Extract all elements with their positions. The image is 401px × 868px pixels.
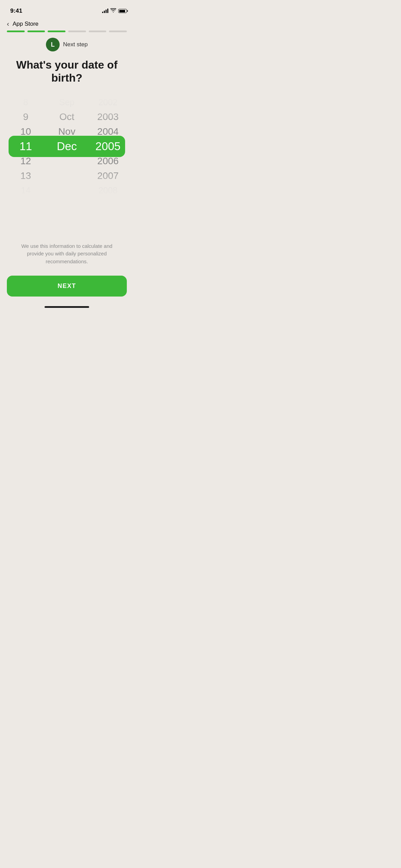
wifi-icon bbox=[110, 8, 116, 14]
step-label: Next step bbox=[63, 41, 88, 48]
home-indicator bbox=[0, 303, 134, 311]
step-indicator: L Next step bbox=[0, 38, 134, 51]
status-icons bbox=[102, 8, 127, 14]
day-item-12[interactable]: 12 bbox=[9, 154, 43, 168]
app-store-back-label[interactable]: App Store bbox=[13, 21, 39, 27]
month-item-sep[interactable]: Sep bbox=[50, 95, 84, 110]
day-column[interactable]: 8 9 10 11 12 13 14 bbox=[9, 95, 43, 198]
nav-bar: ‹ App Store bbox=[0, 17, 134, 31]
day-item-10[interactable]: 10 bbox=[9, 124, 43, 139]
progress-segment-2 bbox=[27, 31, 45, 32]
info-text: We use this information to calculate and… bbox=[0, 242, 134, 266]
day-item-9[interactable]: 9 bbox=[9, 110, 43, 124]
status-bar: 9:41 bbox=[0, 0, 134, 17]
day-item-13[interactable]: 13 bbox=[9, 168, 43, 183]
picker-columns[interactable]: 8 9 10 11 12 13 14 Sep Oct Nov Dec 2002 … bbox=[5, 95, 129, 198]
month-item-dec[interactable]: Dec bbox=[50, 139, 84, 154]
question-title: What's your date of birth? bbox=[0, 58, 134, 85]
day-item-8[interactable]: 8 bbox=[9, 95, 43, 110]
year-item-2007[interactable]: 2007 bbox=[91, 168, 125, 183]
progress-segment-5 bbox=[89, 31, 107, 32]
year-item-2005[interactable]: 2005 bbox=[91, 139, 125, 154]
year-item-2008[interactable]: 2008 bbox=[91, 183, 125, 198]
battery-icon bbox=[118, 9, 127, 13]
month-item-nov[interactable]: Nov bbox=[50, 124, 84, 139]
progress-segment-4 bbox=[68, 31, 86, 32]
year-item-2003[interactable]: 2003 bbox=[91, 110, 125, 124]
progress-segment-6 bbox=[109, 31, 127, 32]
day-item-11[interactable]: 11 bbox=[9, 139, 43, 154]
home-bar bbox=[45, 306, 89, 308]
date-picker[interactable]: 8 9 10 11 12 13 14 Sep Oct Nov Dec 2002 … bbox=[5, 95, 129, 198]
month-item-oct[interactable]: Oct bbox=[50, 110, 84, 124]
avatar: L bbox=[46, 38, 60, 51]
year-item-2004[interactable]: 2004 bbox=[91, 124, 125, 139]
month-column[interactable]: Sep Oct Nov Dec bbox=[50, 95, 84, 198]
month-item-after1[interactable] bbox=[50, 154, 84, 168]
status-time: 9:41 bbox=[10, 8, 22, 14]
next-button[interactable]: NEXT bbox=[7, 276, 127, 297]
progress-bar bbox=[0, 31, 134, 32]
progress-segment-1 bbox=[7, 31, 25, 32]
back-chevron-icon[interactable]: ‹ bbox=[7, 20, 9, 28]
signal-icon bbox=[102, 9, 108, 13]
year-item-2002[interactable]: 2002 bbox=[91, 95, 125, 110]
day-item-14[interactable]: 14 bbox=[9, 183, 43, 198]
progress-segment-3 bbox=[48, 31, 65, 32]
month-item-after2[interactable] bbox=[50, 168, 84, 183]
month-item-after3[interactable] bbox=[50, 183, 84, 198]
year-column[interactable]: 2002 2003 2004 2005 2006 2007 2008 bbox=[91, 95, 125, 198]
year-item-2006[interactable]: 2006 bbox=[91, 154, 125, 168]
